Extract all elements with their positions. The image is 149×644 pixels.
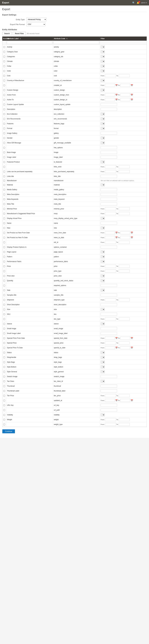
filter-from-input[interactable] bbox=[105, 270, 116, 272]
filter-select[interactable] bbox=[101, 255, 105, 258]
filter-to-date[interactable] bbox=[120, 337, 130, 340]
filter-text-input[interactable] bbox=[101, 198, 117, 201]
filter-to-date[interactable] bbox=[120, 84, 130, 87]
filter-from-input[interactable] bbox=[105, 212, 116, 215]
exclude-checkbox[interactable] bbox=[3, 161, 5, 163]
filter-to-date[interactable] bbox=[120, 346, 130, 349]
filter-from-input[interactable] bbox=[105, 241, 116, 244]
filter-from-date[interactable] bbox=[105, 98, 115, 101]
filter-text-input[interactable] bbox=[101, 294, 117, 296]
filter-text-input[interactable] bbox=[101, 303, 117, 306]
notification-icon[interactable]: 🔔2 bbox=[137, 2, 140, 4]
filter-text-input[interactable] bbox=[101, 146, 117, 149]
filter-to-date[interactable] bbox=[120, 231, 130, 234]
calendar-icon[interactable]: 📅 bbox=[131, 337, 133, 339]
exclude-checkbox[interactable] bbox=[3, 198, 5, 200]
filter-from-date[interactable] bbox=[105, 337, 115, 340]
entity-type-select[interactable]: Advanced Pricing Products Customer Finan… bbox=[26, 18, 46, 21]
filter-text-input[interactable] bbox=[101, 103, 117, 106]
filter-text-input[interactable] bbox=[101, 246, 117, 248]
calendar-icon[interactable]: 📅 bbox=[115, 94, 118, 96]
calendar-icon[interactable]: 📅 bbox=[131, 236, 133, 239]
calendar-icon[interactable]: 📅 bbox=[131, 232, 133, 234]
exclude-checkbox[interactable] bbox=[3, 132, 5, 134]
filter-select[interactable] bbox=[101, 274, 105, 277]
exclude-checkbox[interactable] bbox=[3, 180, 5, 182]
exclude-checkbox[interactable] bbox=[3, 89, 5, 91]
calendar-icon[interactable]: 📅 bbox=[131, 94, 133, 96]
filter-select[interactable] bbox=[101, 50, 105, 53]
export-file-format-select[interactable]: CSV XML bbox=[26, 22, 46, 26]
filter-text-input[interactable] bbox=[101, 151, 117, 154]
exclude-checkbox[interactable] bbox=[3, 242, 5, 243]
filter-select[interactable] bbox=[101, 380, 105, 383]
exclude-checkbox[interactable] bbox=[3, 60, 5, 62]
exclude-checkbox[interactable] bbox=[3, 304, 5, 306]
exclude-checkbox[interactable] bbox=[3, 342, 5, 344]
filter-from-input[interactable] bbox=[105, 394, 116, 397]
exclude-checkbox[interactable] bbox=[3, 147, 5, 148]
filter-from-input[interactable] bbox=[105, 170, 116, 173]
exclude-checkbox[interactable] bbox=[3, 237, 5, 238]
filter-to-input[interactable] bbox=[119, 418, 130, 421]
exclude-checkbox[interactable] bbox=[3, 227, 5, 229]
exclude-checkbox[interactable] bbox=[3, 419, 5, 420]
filter-select[interactable] bbox=[101, 64, 105, 68]
exclude-checkbox[interactable] bbox=[3, 294, 5, 296]
search-button[interactable]: Search bbox=[2, 32, 12, 35]
filter-text-input[interactable] bbox=[101, 188, 117, 191]
filter-from-input[interactable] bbox=[105, 318, 116, 320]
exclude-checkbox[interactable] bbox=[3, 232, 5, 234]
filter-select[interactable] bbox=[101, 70, 105, 72]
exclude-checkbox[interactable] bbox=[3, 142, 5, 144]
exclude-checkbox[interactable] bbox=[3, 328, 5, 330]
reset-filter-button[interactable]: Reset Filter bbox=[13, 32, 26, 35]
filter-select[interactable] bbox=[101, 279, 105, 282]
filter-text-input[interactable] bbox=[101, 222, 117, 225]
exclude-checkbox[interactable] bbox=[3, 261, 5, 262]
filter-from-input[interactable] bbox=[105, 207, 116, 210]
filter-select[interactable] bbox=[101, 127, 105, 130]
search-label-input[interactable] bbox=[7, 41, 52, 44]
filter-text-input[interactable] bbox=[101, 384, 117, 388]
filter-from-date[interactable] bbox=[105, 231, 115, 234]
exclude-checkbox[interactable] bbox=[3, 123, 5, 124]
filter-select[interactable] bbox=[101, 250, 105, 254]
exclude-checkbox[interactable] bbox=[3, 176, 5, 177]
exclude-checkbox[interactable] bbox=[3, 352, 5, 354]
exclude-checkbox[interactable] bbox=[3, 184, 5, 186]
exclude-checkbox[interactable] bbox=[3, 208, 5, 210]
exclude-checkbox[interactable] bbox=[3, 51, 5, 53]
exclude-checkbox[interactable] bbox=[3, 380, 5, 382]
filter-text-input[interactable] bbox=[101, 284, 117, 287]
filter-text-input[interactable] bbox=[101, 375, 117, 378]
filter-select[interactable] bbox=[101, 366, 105, 368]
exclude-checkbox[interactable] bbox=[3, 84, 5, 86]
filter-select[interactable] bbox=[101, 160, 105, 164]
filter-to-input[interactable] bbox=[119, 342, 130, 344]
filter-from-input[interactable] bbox=[105, 165, 116, 168]
filter-to-input[interactable] bbox=[119, 423, 130, 426]
exclude-checkbox[interactable] bbox=[3, 118, 5, 120]
filter-text-input[interactable] bbox=[101, 313, 117, 316]
filter-from-input[interactable] bbox=[105, 342, 116, 344]
admin-menu[interactable]: admin ▾ bbox=[141, 2, 147, 4]
exclude-checkbox[interactable] bbox=[3, 203, 5, 205]
exclude-checkbox[interactable] bbox=[3, 152, 5, 153]
filter-from-date[interactable] bbox=[105, 84, 115, 87]
filter-to-input[interactable] bbox=[119, 394, 130, 397]
filter-select[interactable] bbox=[101, 46, 105, 48]
filter-text-input[interactable] bbox=[101, 404, 117, 407]
exclude-checkbox[interactable] bbox=[3, 65, 5, 67]
filter-select[interactable] bbox=[101, 217, 105, 220]
filter-select[interactable] bbox=[101, 141, 105, 144]
exclude-checkbox[interactable] bbox=[3, 80, 5, 82]
exclude-checkbox[interactable] bbox=[3, 284, 5, 286]
calendar-icon[interactable]: 📅 bbox=[131, 84, 133, 86]
exclude-checkbox[interactable] bbox=[3, 113, 5, 115]
filter-text-input[interactable] bbox=[101, 408, 117, 412]
filter-to-input[interactable] bbox=[119, 207, 130, 210]
calendar-icon[interactable]: 📅 bbox=[115, 347, 118, 349]
calendar-icon[interactable]: 📅 bbox=[115, 236, 118, 239]
exclude-checkbox[interactable] bbox=[3, 99, 5, 101]
